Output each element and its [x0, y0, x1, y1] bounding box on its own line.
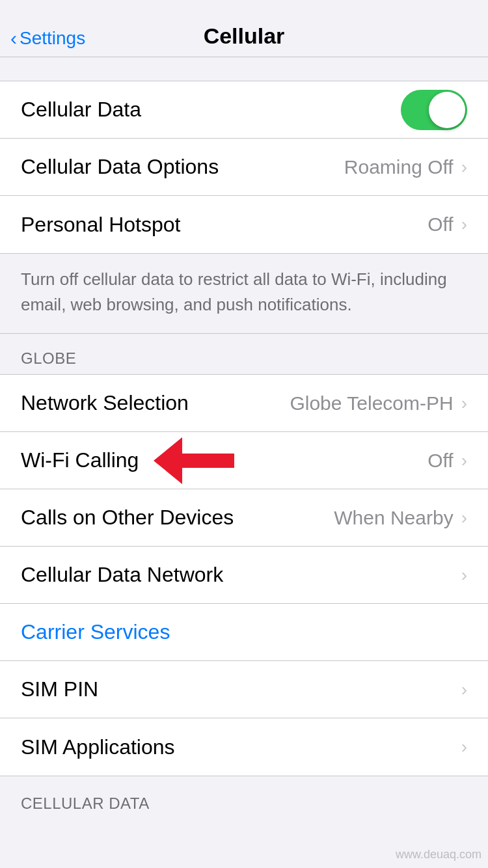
calls-other-devices-value: When Nearby — [334, 507, 453, 529]
chevron-right-icon-4: › — [461, 450, 467, 471]
sim-pin-label: SIM PIN — [21, 677, 98, 701]
personal-hotspot-label: Personal Hotspot — [21, 213, 180, 237]
sim-pin-right: › — [461, 679, 467, 700]
cellular-data-toggle-container — [401, 90, 467, 130]
wifi-calling-row[interactable]: Wi-Fi Calling Off › — [0, 432, 488, 489]
arrow-body — [182, 454, 234, 468]
cellular-data-options-label: Cellular Data Options — [21, 155, 219, 179]
chevron-right-icon-2: › — [461, 214, 467, 235]
personal-hotspot-right: Off › — [427, 213, 467, 236]
network-selection-right: Globe Telecom-PH › — [290, 392, 467, 414]
arrow-head — [154, 437, 182, 484]
navigation-bar: ‹ Settings Cellular — [0, 0, 488, 57]
back-label: Settings — [20, 28, 85, 49]
top-gap — [0, 57, 488, 81]
main-settings-group: Cellular Data Cellular Data Options Roam… — [0, 81, 488, 254]
globe-header-label: GLOBE — [21, 349, 76, 367]
info-section: Turn off cellular data to restrict all d… — [0, 254, 488, 334]
back-chevron-icon: ‹ — [10, 29, 17, 48]
back-button[interactable]: ‹ Settings — [10, 28, 85, 49]
info-text: Turn off cellular data to restrict all d… — [21, 269, 447, 314]
cellular-data-network-right: › — [461, 565, 467, 586]
cellular-data-network-label: Cellular Data Network — [21, 563, 223, 587]
chevron-right-icon-5: › — [461, 508, 467, 528]
sim-pin-row[interactable]: SIM PIN › — [0, 661, 488, 718]
cellular-data-options-row[interactable]: Cellular Data Options Roaming Off › — [0, 139, 488, 196]
cellular-data-options-right: Roaming Off › — [344, 156, 467, 178]
globe-section-header: GLOBE — [0, 334, 488, 374]
cellular-data-options-value: Roaming Off — [344, 156, 454, 178]
chevron-right-icon-3: › — [461, 393, 467, 414]
cellular-data-toggle[interactable] — [401, 90, 467, 130]
cellular-data-network-row[interactable]: Cellular Data Network › — [0, 547, 488, 604]
network-selection-value: Globe Telecom-PH — [290, 392, 453, 414]
page-title: Cellular — [204, 23, 285, 49]
calls-other-devices-row[interactable]: Calls on Other Devices When Nearby › — [0, 489, 488, 547]
calls-other-devices-right: When Nearby › — [334, 507, 467, 529]
cellular-data-row[interactable]: Cellular Data — [0, 81, 488, 139]
carrier-services-label: Carrier Services — [21, 620, 170, 644]
watermark: www.deuaq.com — [396, 848, 481, 861]
sim-applications-label: SIM Applications — [21, 735, 175, 759]
annotation-arrow — [182, 454, 234, 468]
wifi-calling-value: Off — [427, 450, 453, 472]
chevron-right-icon-6: › — [461, 565, 467, 586]
network-selection-row[interactable]: Network Selection Globe Telecom-PH › — [0, 375, 488, 432]
chevron-right-icon-7: › — [461, 679, 467, 700]
globe-settings-group: Network Selection Globe Telecom-PH › Wi-… — [0, 374, 488, 776]
sim-applications-right: › — [461, 737, 467, 757]
toggle-thumb — [429, 92, 465, 128]
personal-hotspot-row[interactable]: Personal Hotspot Off › — [0, 196, 488, 253]
wifi-calling-right: Off › — [427, 450, 467, 472]
cellular-data-footer: CELLULAR DATA — [0, 776, 488, 819]
chevron-right-icon-8: › — [461, 737, 467, 757]
personal-hotspot-value: Off — [427, 213, 453, 236]
wifi-calling-label: Wi-Fi Calling — [21, 448, 139, 472]
sim-applications-row[interactable]: SIM Applications › — [0, 718, 488, 776]
chevron-right-icon: › — [461, 157, 467, 178]
cellular-data-label: Cellular Data — [21, 98, 141, 122]
calls-other-devices-label: Calls on Other Devices — [21, 506, 234, 530]
network-selection-label: Network Selection — [21, 391, 189, 415]
carrier-services-row[interactable]: Carrier Services — [0, 604, 488, 661]
cellular-data-footer-label: CELLULAR DATA — [21, 794, 150, 812]
